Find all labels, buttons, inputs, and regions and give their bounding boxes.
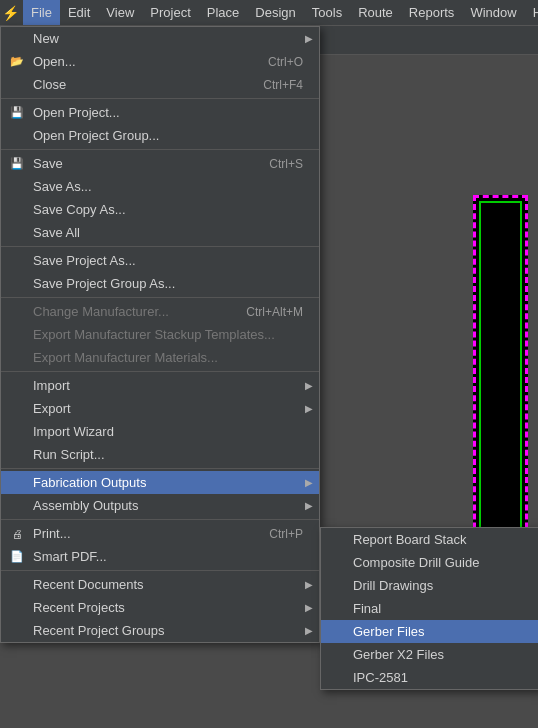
menu-item-import-wizard[interactable]: Import Wizard bbox=[1, 420, 319, 443]
recent-docs-arrow: ▶ bbox=[305, 579, 313, 590]
menu-edit[interactable]: Edit bbox=[60, 0, 98, 25]
menu-help[interactable]: Hel bbox=[525, 0, 538, 25]
recent-projects-arrow: ▶ bbox=[305, 602, 313, 613]
menu-item-smart-pdf[interactable]: 📄 Smart PDF... bbox=[1, 545, 319, 568]
file-menu-dropdown: New ▶ 📂 Open... Ctrl+O Close Ctrl+F4 💾 O… bbox=[0, 26, 320, 643]
separator-2 bbox=[1, 149, 319, 150]
menu-item-save-all[interactable]: Save All bbox=[1, 221, 319, 244]
menu-item-export-manufacturer-stackup: Export Manufacturer Stackup Templates... bbox=[1, 323, 319, 346]
menu-route[interactable]: Route bbox=[350, 0, 401, 25]
menu-item-save-project-as[interactable]: Save Project As... bbox=[1, 249, 319, 272]
open-project-icon: 💾 bbox=[7, 103, 27, 123]
menu-item-new[interactable]: New ▶ bbox=[1, 27, 319, 50]
menu-item-recent-projects[interactable]: Recent Projects ▶ bbox=[1, 596, 319, 619]
menu-item-gerber-x2-files[interactable]: Gerber X2 Files bbox=[321, 643, 538, 666]
menu-window[interactable]: Window bbox=[462, 0, 524, 25]
menu-item-final[interactable]: Final bbox=[321, 597, 538, 620]
menu-item-close[interactable]: Close Ctrl+F4 bbox=[1, 73, 319, 96]
fab-submenu-arrow: ▶ bbox=[305, 477, 313, 488]
export-submenu-arrow: ▶ bbox=[305, 403, 313, 414]
menu-item-save-copy-as[interactable]: Save Copy As... bbox=[1, 198, 319, 221]
menu-design[interactable]: Design bbox=[247, 0, 303, 25]
menu-item-gerber-files[interactable]: Gerber Files bbox=[321, 620, 538, 643]
menu-item-import[interactable]: Import ▶ bbox=[1, 374, 319, 397]
print-icon: 🖨 bbox=[7, 524, 27, 544]
fabrication-submenu: Report Board Stack Composite Drill Guide… bbox=[320, 527, 538, 690]
menu-item-print[interactable]: 🖨 Print... Ctrl+P bbox=[1, 522, 319, 545]
submenu-arrow: ▶ bbox=[305, 33, 313, 44]
menu-item-assembly-outputs[interactable]: Assembly Outputs ▶ bbox=[1, 494, 319, 517]
menu-item-change-manufacturer: Change Manufacturer... Ctrl+Alt+M bbox=[1, 300, 319, 323]
menu-project[interactable]: Project bbox=[142, 0, 198, 25]
menu-item-run-script[interactable]: Run Script... bbox=[1, 443, 319, 466]
menu-item-save-as[interactable]: Save As... bbox=[1, 175, 319, 198]
menu-item-save[interactable]: 💾 Save Ctrl+S bbox=[1, 152, 319, 175]
app-icon: ⚡ bbox=[2, 5, 19, 21]
menu-item-ipc-2581[interactable]: IPC-2581 bbox=[321, 666, 538, 689]
menu-item-composite-drill-guide[interactable]: Composite Drill Guide bbox=[321, 551, 538, 574]
menu-item-open[interactable]: 📂 Open... Ctrl+O bbox=[1, 50, 319, 73]
new-icon bbox=[7, 29, 27, 49]
separator-6 bbox=[1, 468, 319, 469]
recent-groups-arrow: ▶ bbox=[305, 625, 313, 636]
menu-item-export-manufacturer-mat: Export Manufacturer Materials... bbox=[1, 346, 319, 369]
menu-file[interactable]: File bbox=[23, 0, 60, 25]
menu-place[interactable]: Place bbox=[199, 0, 248, 25]
menu-item-open-project[interactable]: 💾 Open Project... bbox=[1, 101, 319, 124]
save-icon: 💾 bbox=[7, 154, 27, 174]
open-icon: 📂 bbox=[7, 52, 27, 72]
separator-5 bbox=[1, 371, 319, 372]
pdf-icon: 📄 bbox=[7, 547, 27, 567]
menu-item-open-project-group[interactable]: Open Project Group... bbox=[1, 124, 319, 147]
board-outline bbox=[473, 195, 528, 565]
menu-item-recent-documents[interactable]: Recent Documents ▶ bbox=[1, 573, 319, 596]
menu-item-save-project-group-as[interactable]: Save Project Group As... bbox=[1, 272, 319, 295]
menubar: ⚡ File Edit View Project Place Design To… bbox=[0, 0, 538, 26]
menu-item-drill-drawings[interactable]: Drill Drawings bbox=[321, 574, 538, 597]
menu-item-report-board-stack[interactable]: Report Board Stack bbox=[321, 528, 538, 551]
assembly-submenu-arrow: ▶ bbox=[305, 500, 313, 511]
separator-3 bbox=[1, 246, 319, 247]
menu-reports[interactable]: Reports bbox=[401, 0, 463, 25]
separator-4 bbox=[1, 297, 319, 298]
import-submenu-arrow: ▶ bbox=[305, 380, 313, 391]
menu-view[interactable]: View bbox=[98, 0, 142, 25]
menu-item-export[interactable]: Export ▶ bbox=[1, 397, 319, 420]
separator-7 bbox=[1, 519, 319, 520]
board-inner bbox=[479, 201, 522, 559]
menu-item-fabrication-outputs[interactable]: Fabrication Outputs ▶ bbox=[1, 471, 319, 494]
menu-tools[interactable]: Tools bbox=[304, 0, 350, 25]
menu-item-recent-project-groups[interactable]: Recent Project Groups ▶ bbox=[1, 619, 319, 642]
separator-1 bbox=[1, 98, 319, 99]
separator-8 bbox=[1, 570, 319, 571]
